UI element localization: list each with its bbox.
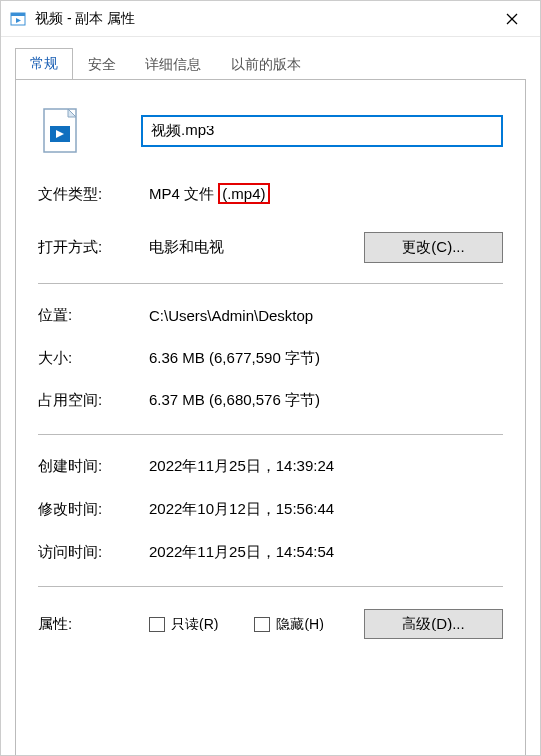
modified-row: 修改时间: 2022年10月12日，15:56:44 [38,500,503,519]
tab-details[interactable]: 详细信息 [131,49,216,80]
checkbox-box-icon [254,617,270,632]
created-value: 2022年11月25日，14:39:24 [149,457,503,476]
size-row: 大小: 6.36 MB (6,677,590 字节) [38,349,503,368]
open-with-row: 打开方式: 电影和电视 更改(C)... [38,232,503,263]
file-type-row: 文件类型: MP4 文件 (.mp4) [38,185,503,204]
size-label: 大小: [38,349,149,368]
readonly-checkbox-label: 只读(R) [171,616,218,633]
location-label: 位置: [38,306,149,325]
open-with-value-wrap: 电影和电视 更改(C)... [149,232,503,263]
open-with-app: 电影和电视 [149,238,224,257]
hidden-checkbox[interactable]: 隐藏(H) [254,616,323,633]
window-app-icon [9,10,27,28]
accessed-row: 访问时间: 2022年11月25日，14:54:54 [38,543,503,562]
hidden-checkbox-label: 隐藏(H) [276,616,323,633]
size-on-disk-label: 占用空间: [38,391,149,410]
divider-3 [38,586,503,587]
divider-2 [38,434,503,435]
general-panel: 文件类型: MP4 文件 (.mp4) 打开方式: 电影和电视 更改(C)...… [15,79,526,756]
advanced-button[interactable]: 高级(D)... [364,609,503,639]
readonly-checkbox[interactable]: 只读(R) [149,616,218,633]
modified-value: 2022年10月12日，15:56:44 [149,500,503,519]
location-value: C:\Users\Admin\Desktop [149,307,503,324]
tab-previous-versions[interactable]: 以前的版本 [216,49,316,80]
size-on-disk-row: 占用空间: 6.37 MB (6,680,576 字节) [38,391,503,410]
location-row: 位置: C:\Users\Admin\Desktop [38,306,503,325]
titlebar: 视频 - 副本 属性 [1,1,540,37]
created-label: 创建时间: [38,457,149,476]
file-type-text: MP4 文件 [149,185,218,202]
modified-label: 修改时间: [38,500,149,519]
accessed-label: 访问时间: [38,543,149,562]
tab-strip: 常规 安全 详细信息 以前的版本 [1,37,540,79]
file-type-icon [38,106,82,155]
file-type-label: 文件类型: [38,185,149,204]
filename-row [38,106,503,155]
open-with-label: 打开方式: [38,238,149,257]
divider-1 [38,283,503,284]
filename-input[interactable] [141,115,503,147]
window-title: 视频 - 副本 属性 [35,10,492,28]
tab-general[interactable]: 常规 [15,48,73,80]
close-button[interactable] [492,1,532,37]
checkbox-box-icon [149,617,165,632]
size-value: 6.36 MB (6,677,590 字节) [149,349,503,368]
attributes-checkboxes: 只读(R) 隐藏(H) [149,616,364,633]
file-type-value: MP4 文件 (.mp4) [149,185,503,204]
svg-rect-1 [11,13,25,16]
file-extension-highlight: (.mp4) [218,183,269,204]
attributes-label: 属性: [38,615,149,633]
attributes-row: 属性: 只读(R) 隐藏(H) 高级(D)... [38,609,503,639]
tab-security[interactable]: 安全 [73,49,131,80]
size-on-disk-value: 6.37 MB (6,680,576 字节) [149,391,503,410]
created-row: 创建时间: 2022年11月25日，14:39:24 [38,457,503,476]
change-open-with-button[interactable]: 更改(C)... [364,232,503,263]
accessed-value: 2022年11月25日，14:54:54 [149,543,503,562]
